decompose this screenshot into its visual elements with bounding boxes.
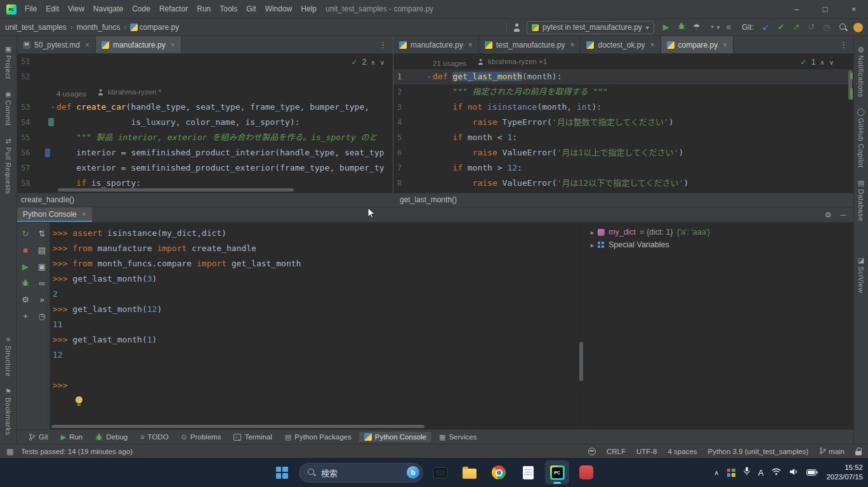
toolwindow-stripe-project[interactable]: ▣Project <box>4 40 12 85</box>
chevron-right-icon[interactable]: ▸ <box>591 242 594 249</box>
tests-status[interactable]: Tests passed: 14 (19 minutes ago) <box>21 448 133 455</box>
toolwindow-button-todo[interactable]: ≡TODO <box>135 432 173 442</box>
next-problem-icon[interactable]: ∨ <box>380 59 385 66</box>
execute-icon[interactable]: ▶ <box>17 258 34 275</box>
wifi-icon[interactable] <box>772 467 781 478</box>
hidden-icons-chevron[interactable]: ∧ <box>714 469 718 476</box>
microphone-icon[interactable] <box>744 467 750 478</box>
toolwindow-stripe-bookmarks[interactable]: ⚑Bookmarks <box>4 382 12 441</box>
status-crlf[interactable]: CRLF <box>607 448 626 455</box>
file-explorer-button[interactable] <box>457 460 482 484</box>
toolwindow-button-debug[interactable]: Debug <box>90 432 133 442</box>
tab-doctest-ok-py[interactable]: doctest_ok.py× <box>581 36 661 53</box>
toolwindow-button-python-packages[interactable]: ▤Python Packages <box>280 432 357 442</box>
taskbar-clock[interactable]: 15:52 2023/07/15 <box>826 463 863 482</box>
horizontal-scrollbar-thumb[interactable] <box>51 425 424 428</box>
tab-options-icon[interactable]: ⋮ <box>834 36 853 53</box>
show-variables-icon[interactable]: ▤ <box>34 242 50 258</box>
taskbar-search[interactable]: 検索 b <box>299 463 423 483</box>
close-icon[interactable]: × <box>85 41 89 49</box>
close-icon[interactable]: × <box>723 41 727 49</box>
stop-button[interactable]: ■ <box>722 21 735 34</box>
fold-icon[interactable]: ▾ <box>428 69 431 84</box>
usages-hint[interactable]: 21 usages <box>433 56 466 71</box>
toolwindow-button-python-console[interactable]: Python Console <box>359 432 431 442</box>
volume-icon[interactable] <box>789 467 798 478</box>
tab-manufacture-py[interactable]: manufacture.py× <box>393 36 479 53</box>
tab-50-pytest-md[interactable]: 50_pytest.md× <box>17 36 96 53</box>
stop-icon[interactable]: ■ <box>17 242 34 258</box>
gear-icon[interactable]: ⚙ <box>825 211 832 219</box>
menu-refactor[interactable]: Refactor <box>155 0 192 18</box>
chevron-right-icon[interactable]: ▸ <box>591 229 594 236</box>
history-button[interactable]: ◷ <box>820 21 833 34</box>
toolwindow-button-services[interactable]: ▦Services <box>434 432 482 442</box>
toolwindow-button-git[interactable]: Git <box>23 432 53 442</box>
close-button[interactable]: × <box>839 0 868 18</box>
tray-app-icon[interactable] <box>727 469 735 477</box>
attach-debugger-icon[interactable] <box>17 275 34 291</box>
battery-icon[interactable] <box>806 467 818 478</box>
ime-mode-indicator[interactable]: A <box>758 468 764 477</box>
close-icon[interactable]: × <box>171 41 175 49</box>
soft-wrap-icon[interactable]: ∞ <box>34 275 50 291</box>
hide-icon[interactable]: ─ <box>840 211 846 219</box>
toolwindow-button-terminal[interactable]: >_Terminal <box>228 432 277 442</box>
tab-python-console[interactable]: Python Console × <box>17 207 92 222</box>
tab-test-manufacture-py[interactable]: test_manufacture.py× <box>479 36 581 53</box>
right-editor[interactable]: 21 usageskbrahma-ryzen +11▾def get_last_… <box>393 54 853 193</box>
menu-navigate[interactable]: Navigate <box>89 0 128 18</box>
toolwindow-stripe-commit[interactable]: ◉Commit <box>4 85 12 132</box>
debug-button[interactable] <box>675 21 688 34</box>
app-icon-red[interactable] <box>574 460 598 484</box>
menu-code[interactable]: Code <box>128 0 155 18</box>
lock-icon[interactable] <box>855 448 862 455</box>
push-button[interactable]: ↗ <box>790 21 803 34</box>
minimize-button[interactable]: – <box>782 0 811 18</box>
profiler-button[interactable]: ◔ <box>706 21 718 34</box>
menu-help[interactable]: Help <box>296 0 321 18</box>
rollback-button[interactable]: ↺ <box>805 21 818 34</box>
menu-window[interactable]: Window <box>261 0 297 18</box>
fold-icon[interactable]: ▾ <box>51 100 55 115</box>
breadcrumb-function[interactable]: create_handle() <box>21 195 74 204</box>
breadcrumb-item-unit-test-samples[interactable]: unit_test_samples <box>5 23 67 32</box>
menu-run[interactable]: Run <box>192 0 215 18</box>
variable-row[interactable]: ▸my_dict = {dict: 1} {'a': 'aaa'} <box>584 226 853 238</box>
left-editor[interactable]: 51524 usageskbrahma-ryzen *53▾def create… <box>17 54 393 193</box>
coverage-button[interactable]: ☂ <box>690 21 703 34</box>
console-output[interactable]: >>> assert isinstance(my_dict,dict)>>> f… <box>50 223 584 429</box>
status-utf-8[interactable]: UTF-8 <box>636 448 657 455</box>
new-console-icon[interactable]: + <box>17 308 34 324</box>
scroll-to-end-icon[interactable]: » <box>34 291 50 308</box>
menu-tools[interactable]: Tools <box>215 0 242 18</box>
breadcrumb-function[interactable]: get_last_month() <box>400 195 457 204</box>
copilot-status-icon[interactable] <box>588 448 596 455</box>
toolwindow-button-run[interactable]: ▶Run <box>56 432 88 442</box>
app-icon-monitor[interactable] <box>428 460 452 484</box>
menu-view[interactable]: View <box>63 0 89 18</box>
usages-hint[interactable]: 4 usages <box>56 86 86 101</box>
menu-git[interactable]: Git <box>242 0 260 18</box>
tab-compare-py[interactable]: compare.py× <box>661 36 734 53</box>
git-branch-widget[interactable]: main <box>819 447 845 456</box>
rerun-icon[interactable]: ↻ <box>17 225 34 242</box>
toolwindow-button-problems[interactable]: ⊙Problems <box>176 432 227 442</box>
vertical-scrollbar-thumb[interactable] <box>579 342 583 381</box>
close-icon[interactable]: × <box>570 41 574 49</box>
print-icon[interactable]: ▣ <box>34 258 50 275</box>
update-project-button[interactable]: ↙ <box>760 21 772 34</box>
commit-button[interactable]: ✔ <box>775 21 787 34</box>
settings-icon[interactable]: ⚙ <box>17 291 34 308</box>
toolwindow-switcher-icon[interactable]: ▦ <box>6 447 13 456</box>
maximize-button[interactable]: □ <box>811 0 839 18</box>
run-config-select[interactable]: pytest in test_manufacture.py ▾ <box>527 21 654 34</box>
close-icon[interactable]: × <box>468 41 473 49</box>
account-avatar[interactable] <box>853 23 863 32</box>
close-icon[interactable]: × <box>82 210 86 219</box>
toolwindow-stripe-github-copilot[interactable]: ◯GitHub Copilot <box>857 103 865 174</box>
toolwindow-stripe-structure[interactable]: ≡Structure <box>4 330 12 382</box>
toolwindow-stripe-database[interactable]: ▤Database <box>857 174 865 227</box>
search-everywhere-icon[interactable] <box>839 23 848 32</box>
status-python-3-9-unit-test-samples[interactable]: Python 3.9 (unit_test_samples) <box>708 448 809 455</box>
